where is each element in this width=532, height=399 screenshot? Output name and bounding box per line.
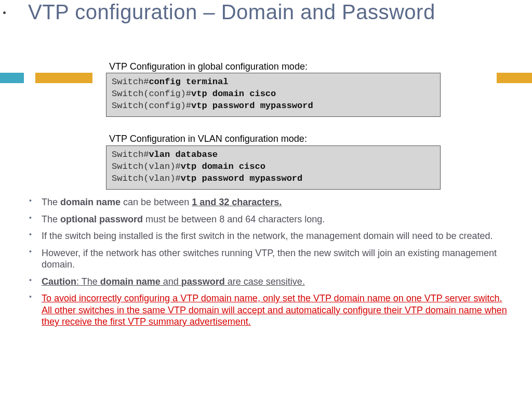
list-item: The domain name can be between 1 and 32 … xyxy=(26,196,513,208)
code-line: Switch#vlan database xyxy=(112,149,435,161)
code-line: Switch(config)#vtp password mypassword xyxy=(112,100,435,112)
accent-teal xyxy=(0,73,24,83)
title-bullet xyxy=(3,11,6,14)
code-line: Switch(vlan)#vtp domain cisco xyxy=(112,161,435,173)
codebox-global: Switch#config terminal Switch(config)#vt… xyxy=(106,73,441,117)
codebox1-caption: VTP Configuration in global configuratio… xyxy=(109,61,308,72)
list-item: Caution: The domain name and password ar… xyxy=(26,276,513,288)
page-title: VTP configuration – Domain and Password xyxy=(28,0,435,24)
code-line: Switch#config terminal xyxy=(112,76,435,88)
code-line: Switch(config)#vtp domain cisco xyxy=(112,88,435,100)
code-line: Switch(vlan)#vtp password mypassword xyxy=(112,173,435,185)
list-item: The optional password must be between 8 … xyxy=(26,214,513,225)
bullet-list: The domain name can be between 1 and 32 … xyxy=(26,196,513,333)
accent-gold-right xyxy=(497,73,532,83)
codebox2-caption: VTP Configuration in VLAN configuration … xyxy=(109,134,307,144)
list-item: However, if the network has other switch… xyxy=(26,247,513,271)
accent-gold-left xyxy=(35,73,92,83)
codebox-vlan: Switch#vlan database Switch(vlan)#vtp do… xyxy=(106,145,441,190)
list-item-warning: To avoid incorrectly configuring a VTP d… xyxy=(26,292,513,328)
list-item: If the switch being installed is the fir… xyxy=(26,230,513,242)
